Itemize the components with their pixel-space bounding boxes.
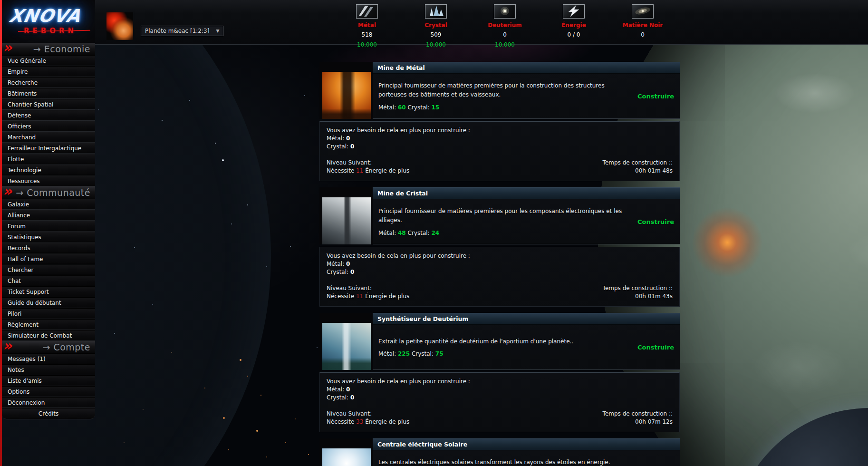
resource-amount: 509 — [407, 31, 464, 38]
sidebar-item-r-glement[interactable]: Règlement — [2, 319, 95, 330]
resource-name: Matière Noir — [614, 22, 671, 29]
sidebar-item-options[interactable]: Options — [2, 386, 95, 397]
sidebar-item-ticket-support[interactable]: Ticket Support — [2, 286, 95, 297]
double-chevron-icon: » — [3, 341, 12, 350]
sidebar-item-ferrailleur-intergalactique[interactable]: Ferrailleur Intergalactique — [2, 143, 95, 154]
sidebar-item-galaxie[interactable]: Galaxie — [2, 199, 95, 210]
construire-link[interactable]: Construire — [637, 93, 674, 100]
construire-link[interactable]: Construire — [637, 218, 674, 225]
dark-matter-icon — [633, 5, 652, 19]
resource-crystal: Crystal 509 10.000 — [407, 4, 464, 48]
requirements-intro: Vous avez besoin de cela en plus pour co… — [327, 252, 470, 260]
crystal-icon — [426, 5, 445, 19]
resource-bar: Métal 518 10.000 Crystal 509 10.000 Deut… — [338, 4, 671, 48]
sidebar-item-officiers[interactable]: Officiers — [2, 121, 95, 132]
sidebar-credits-link[interactable]: Crédits — [2, 408, 95, 419]
sidebar-item-hall-of-fame[interactable]: Hall of Fame — [2, 253, 95, 264]
sidebar-item-statistiques[interactable]: Statistiques — [2, 232, 95, 243]
resource-amount: 518 — [338, 31, 395, 38]
resource-capacity: 10.000 — [476, 41, 533, 48]
sidebar-item-d-fense[interactable]: Défense — [2, 110, 95, 121]
metal-icon — [357, 5, 376, 19]
resource-name: Métal — [338, 22, 395, 29]
sidebar-item-liste-d-amis[interactable]: Liste d'amis — [2, 375, 95, 386]
planet-thumbnail[interactable] — [106, 12, 133, 40]
building-block: Mine de Métal Principal fournisseur de m… — [319, 62, 680, 181]
sidebar-item-chat[interactable]: Chat — [2, 275, 95, 286]
sidebar-item-chantier-spatial[interactable]: Chantier Spatial — [2, 99, 95, 110]
logo-title: XNOVA — [8, 6, 82, 26]
crystal-mine-image[interactable] — [322, 197, 371, 244]
sidebar-section-header: » → Compte — [2, 341, 95, 353]
sidebar-item-b-timents[interactable]: Bâtiments — [2, 88, 95, 99]
energy-requirement: Nécessite 11 Énergie de plus — [327, 167, 470, 175]
sidebar: » → Economie Vue GénéraleEmpireRecherche… — [2, 43, 95, 419]
sidebar-section-title: → Communauté — [16, 187, 90, 198]
building-description: Principal fournisseur de matières premiè… — [378, 81, 624, 99]
next-level-label: Niveau Suivant: — [327, 284, 470, 292]
resource-energy: Énergie 0 / 0 — [545, 4, 602, 48]
sidebar-item-chercher[interactable]: Chercher — [2, 264, 95, 275]
sidebar-item-marchand[interactable]: Marchand — [2, 132, 95, 143]
sidebar-item-recherche[interactable]: Recherche — [2, 77, 95, 88]
building-description: Les centrales électriques solaires trans… — [378, 458, 624, 466]
resource-name: Deuterium — [476, 22, 533, 29]
requirements-intro: Vous avez besoin de cela en plus pour co… — [327, 126, 470, 135]
construire-link[interactable]: Construire — [637, 344, 674, 351]
building-title: Synthétiseur de Deutérium — [373, 313, 680, 325]
sidebar-section-title: → Economie — [33, 44, 90, 54]
double-chevron-icon: » — [3, 43, 12, 52]
resource-amount: 0 / 0 — [545, 31, 602, 38]
topbar: Planéte m&eac [1:2:3] ▼ Métal 518 10.000… — [95, 0, 868, 45]
building-title: Centrale éléctrique Solaire — [373, 438, 680, 450]
planet-selector-value: Planéte m&eac [1:2:3] — [145, 28, 209, 34]
sidebar-item-vue-g-n-rale[interactable]: Vue Générale — [2, 55, 95, 66]
sidebar-item-simulateur-de-combat[interactable]: Simulateur de Combat — [2, 330, 95, 341]
sidebar-item-ressources[interactable]: Ressources — [2, 175, 95, 186]
resource-name: Énergie — [545, 22, 602, 29]
sidebar-item-technologie[interactable]: Technologie — [2, 165, 95, 175]
deuterium-icon — [495, 5, 514, 19]
metal-mine-image[interactable] — [322, 72, 371, 119]
construction-time-label: Temps de construction :: — [603, 410, 673, 418]
construction-time-label: Temps de construction :: — [603, 159, 673, 167]
sidebar-item-messages-1[interactable]: Messages (1) — [2, 353, 95, 364]
sidebar-item-alliance[interactable]: Alliance — [2, 210, 95, 221]
resource-amount: 0 — [614, 31, 671, 38]
building-block: Mine de Cristal Principal fournisseur de… — [319, 187, 680, 307]
construction-time-label: Temps de construction :: — [603, 284, 673, 292]
building-title: Mine de Cristal — [373, 187, 680, 199]
logo-subtitle: REBORN — [24, 27, 77, 35]
construction-time-value: 00h 01m 43s — [603, 292, 673, 301]
planet-selector[interactable]: Planéte m&eac [1:2:3] ▼ — [141, 26, 223, 36]
sidebar-item-flotte[interactable]: Flotte — [2, 154, 95, 165]
deuterium-synthesizer-image[interactable] — [322, 323, 371, 370]
resource-dark-matter: Matière Noir 0 — [614, 4, 671, 48]
energy-requirement: Nécessite 11 Énergie de plus — [327, 292, 470, 301]
energy-icon — [564, 5, 583, 19]
solar-plant-image[interactable] — [322, 448, 371, 466]
resource-capacity: 10.000 — [338, 41, 395, 48]
building-cost: Métal: 48 Crystal: 24 — [378, 230, 624, 236]
construction-time-value: 00h 01m 48s — [603, 167, 673, 175]
building-cost: Métal: 225 Crystal: 75 — [378, 350, 624, 357]
left-red-stripe — [0, 0, 2, 466]
resource-capacity: 10.000 — [407, 41, 464, 48]
sidebar-item-notes[interactable]: Notes — [2, 364, 95, 375]
building-description: Principal fournisseur de matières premiè… — [378, 207, 624, 224]
building-block: Synthétiseur de Deutérium Extrait la pet… — [319, 313, 680, 432]
sidebar-item-pilori[interactable]: Pilori — [2, 308, 95, 319]
resource-deuterium: Deuterium 0 10.000 — [476, 4, 533, 48]
sidebar-item-empire[interactable]: Empire — [2, 66, 95, 77]
building-description: Extrait la petite quantité de deutérium … — [378, 337, 624, 346]
resource-amount: 0 — [476, 31, 533, 38]
sidebar-item-records[interactable]: Records — [2, 243, 95, 253]
resource-metal: Métal 518 10.000 — [338, 4, 395, 48]
sidebar-item-d-connexion[interactable]: Déconnexion — [2, 397, 95, 408]
building-cost: Métal: 60 Crystal: 15 — [378, 104, 624, 111]
sidebar-item-forum[interactable]: Forum — [2, 221, 95, 232]
logo[interactable]: XNOVA REBORN — [2, 0, 95, 43]
building-requirements: Vous avez besoin de cela en plus pour co… — [319, 372, 680, 432]
sidebar-item-guide-du-d-butant[interactable]: Guide du débutant — [2, 297, 95, 308]
next-level-label: Niveau Suivant: — [327, 159, 470, 167]
